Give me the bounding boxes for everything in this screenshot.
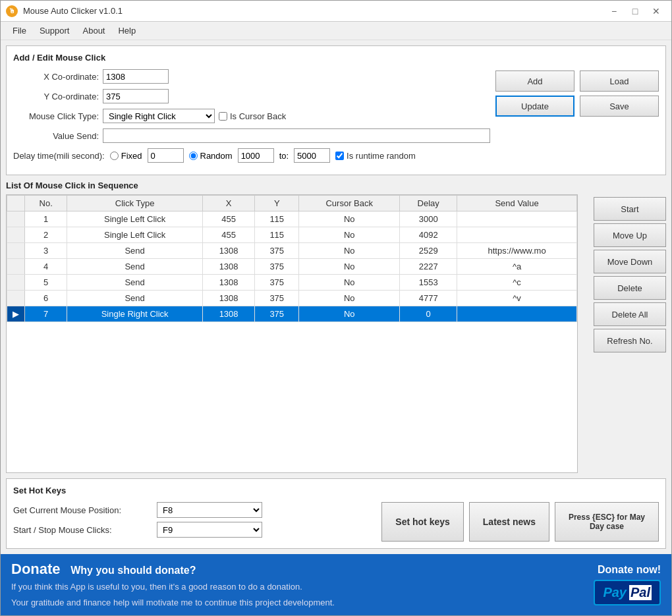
table-row[interactable]: 4Send1308375No2227^a (7, 259, 577, 275)
row-cell: 1553 (400, 275, 457, 291)
random-from-input[interactable] (238, 148, 274, 163)
row-cell: No (299, 243, 400, 259)
donate-title: Donate (11, 561, 61, 577)
get-current-select[interactable]: F8 (157, 502, 262, 518)
y-coord-label: Y Co-ordinate: (13, 92, 99, 101)
row-cell: 3 (25, 243, 67, 259)
row-cell: Send (67, 259, 203, 275)
fixed-radio-label[interactable]: Fixed (110, 151, 142, 161)
fixed-label: Fixed (121, 151, 142, 161)
row-cell: 1308 (202, 306, 254, 322)
menu-help[interactable]: Help (111, 23, 142, 38)
col-send-value: Send Value (457, 196, 577, 211)
table-action-buttons: Start Move Up Move Down Delete Delete Al… (594, 197, 666, 473)
y-coord-input[interactable] (103, 89, 169, 103)
delete-button[interactable]: Delete (594, 276, 666, 300)
col-click-type: Click Type (67, 196, 203, 211)
donate-text1: If you think this App is useful to you, … (11, 580, 594, 594)
runtime-random-label[interactable]: Is runtime random (335, 151, 416, 161)
runtime-random-checkbox[interactable] (335, 152, 344, 160)
save-button[interactable]: Save (580, 96, 659, 117)
update-button[interactable]: Update (495, 96, 574, 117)
table-row[interactable]: 1Single Left Click455115No3000 (7, 211, 577, 227)
col-delay: Delay (400, 196, 457, 211)
fixed-radio[interactable] (110, 152, 119, 160)
set-hot-keys-button[interactable]: Set hot keys (381, 502, 463, 542)
move-down-button[interactable]: Move Down (594, 250, 666, 273)
menu-file[interactable]: File (6, 23, 33, 38)
row-cell: No (299, 211, 400, 227)
click-sequence-table: No. Click Type X Y Cursor Back Delay Sen… (7, 195, 577, 322)
donate-title-row: Donate Why you should donate? (11, 561, 594, 578)
random-radio-label[interactable]: Random (189, 151, 233, 161)
start-stop-select[interactable]: F9 (157, 522, 262, 538)
delay-label: Delay time(mili second): (13, 151, 105, 161)
paypal-pal-text: Pal (629, 585, 652, 600)
row-cell: 2529 (400, 243, 457, 259)
to-label: to: (279, 151, 289, 161)
col-cursor-back: Cursor Back (299, 196, 400, 211)
add-button[interactable]: Add (495, 70, 574, 92)
donate-right: Donate now! Pay Pal (594, 564, 661, 605)
row-cell: 1308 (202, 275, 254, 291)
click-type-label: Mouse Click Type: (13, 111, 99, 121)
table-row[interactable]: 3Send1308375No2529https://www.mo (7, 243, 577, 259)
donate-now-text: Donate now! (598, 564, 661, 576)
x-coord-input[interactable] (103, 69, 169, 84)
random-to-input[interactable] (294, 148, 330, 163)
cursor-back-text: Is Cursor Back (230, 111, 286, 121)
press-esc-button[interactable]: Press {ESC} for MayDay case (555, 502, 659, 542)
table-container: No. Click Type X Y Cursor Back Delay Sen… (6, 194, 578, 473)
menu-bar: File Support About Help (1, 22, 671, 40)
title-bar: 🖱 Mouse Auto Clicker v1.0.1 − □ ✕ (1, 1, 671, 22)
table-row[interactable]: 6Send1308375No4777^v (7, 291, 577, 306)
table-section-title: List Of Mouse Click in Sequence (6, 181, 666, 194)
row-arrow (7, 259, 25, 275)
click-type-select[interactable]: Single Left Click Single Right Click Dou… (103, 109, 215, 123)
table-row[interactable]: ▶7Single Right Click1308375No0 (7, 306, 577, 322)
start-button[interactable]: Start (594, 197, 666, 221)
row-cell: Send (67, 275, 203, 291)
row-cell: Send (67, 291, 203, 306)
latest-news-button[interactable]: Latest news (469, 502, 549, 542)
paypal-pay-text: Pay (603, 585, 627, 600)
random-radio[interactable] (189, 152, 198, 160)
delete-all-button[interactable]: Delete All (594, 302, 666, 326)
row-cell: No (299, 259, 400, 275)
load-button[interactable]: Load (580, 70, 659, 92)
menu-support[interactable]: Support (33, 23, 76, 38)
menu-about[interactable]: About (76, 23, 112, 38)
refresh-no-button[interactable]: Refresh No. (594, 329, 666, 352)
row-cell: 2227 (400, 259, 457, 275)
minimize-button[interactable]: − (604, 4, 624, 18)
row-cell: Send (67, 243, 203, 259)
row-cell: 375 (255, 275, 299, 291)
horizontal-scrollbar[interactable]: ◀ ▶ (7, 472, 577, 473)
row-cell: 115 (255, 211, 299, 227)
move-up-button[interactable]: Move Up (594, 223, 666, 247)
row-cell: 6 (25, 291, 67, 306)
cursor-back-checkbox[interactable] (219, 112, 227, 121)
row-cell: No (299, 291, 400, 306)
add-edit-form: X Co-ordinate: Y Co-ordinate: Mouse Clic… (13, 69, 490, 168)
value-send-input[interactable] (103, 128, 490, 143)
close-button[interactable]: ✕ (646, 4, 666, 18)
donate-bar: Donate Why you should donate? If you thi… (1, 554, 671, 615)
fixed-value-input[interactable] (148, 148, 184, 163)
row-cell: 1308 (202, 259, 254, 275)
get-current-label: Get Current Mouse Position: (13, 505, 152, 515)
table-row[interactable]: 2Single Left Click455115No4092 (7, 227, 577, 243)
hotkeys-and-action: Get Current Mouse Position: F8 Start / S… (13, 502, 659, 542)
window-title: Mouse Auto Clicker v1.0.1 (23, 6, 604, 16)
cursor-back-checkbox-label[interactable]: Is Cursor Back (219, 111, 286, 121)
table-row[interactable]: 5Send1308375No1553^c (7, 275, 577, 291)
paypal-badge[interactable]: Pay Pal (594, 580, 661, 605)
row-cell: 7 (25, 306, 67, 322)
row-cell: https://www.mo (457, 243, 577, 259)
main-content: Add / Edit Mouse Click X Co-ordinate: Y … (1, 40, 671, 554)
maximize-button[interactable]: □ (625, 4, 645, 18)
table-wrapper[interactable]: No. Click Type X Y Cursor Back Delay Sen… (7, 195, 577, 472)
row-arrow (7, 243, 25, 259)
start-stop-row: Start / Stop Mouse Clicks: F9 (13, 522, 376, 538)
row-cell: No (299, 275, 400, 291)
